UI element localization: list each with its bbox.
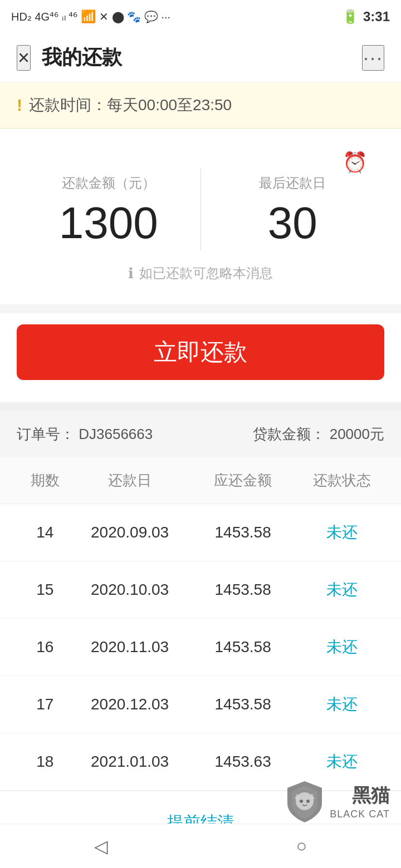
duedate-label: 最后还款日 [259,174,326,192]
cell-status[interactable]: 未还 [300,751,384,772]
page-title: 我的还款 [42,44,122,71]
cell-date: 2020.11.03 [74,638,187,656]
cell-amount: 1453.63 [187,753,300,771]
more-button[interactable]: ··· [362,45,384,71]
wifi-icon: 📶 [81,9,96,24]
cell-date: 2020.09.03 [74,524,187,541]
cell-date: 2020.10.03 [74,581,187,599]
cell-status[interactable]: 未还 [300,522,384,543]
section-divider [0,402,401,411]
table-row: 17 2020.12.03 1453.58 未还 [0,676,401,733]
pay-now-button[interactable]: 立即还款 [17,324,384,380]
cell-period: 14 [17,524,74,541]
pay-button-wrap: 立即还款 [0,313,401,402]
repay-table: 期数 还款日 应还金额 还款状态 14 2020.09.03 1453.58 未… [0,457,401,791]
cell-status[interactable]: 未还 [300,694,384,715]
shield-logo [285,779,324,823]
amount-label: 还款金额（元） [62,174,155,192]
cell-period: 16 [17,638,74,656]
title-bar-left: × 我的还款 [17,44,122,71]
title-bar: × 我的还款 ··· [0,33,401,82]
order-info: 订单号： DJ3656663 贷款金额： 20000元 [0,411,401,457]
payment-row: 还款金额（元） 1300 最后还款日 30 [17,169,384,251]
loan-amount-label: 贷款金额： [253,426,325,442]
status-left: HD₂ 4G⁴⁶ ᵢₗ ⁴⁶ 📶 ✕ ⬤ 🐾 💬 ··· [11,9,170,24]
duedate-value: 30 [268,201,317,245]
clock: 3:31 [363,9,390,24]
cell-amount: 1453.58 [187,696,300,713]
back-button[interactable]: ◁ [94,836,108,857]
signal-icons: HD₂ 4G⁴⁶ ᵢₗ ⁴⁶ [11,10,77,23]
svg-point-4 [306,800,310,803]
cell-date: 2021.01.03 [74,753,187,771]
close-button[interactable]: × [17,45,31,71]
cell-amount: 1453.58 [187,638,300,656]
cell-amount: 1453.58 [187,524,300,541]
notice-text: 还款时间：每天00:00至23:50 [29,95,232,116]
loan-amount-value: 20000元 [330,426,384,442]
cell-status[interactable]: 未还 [300,579,384,600]
order-no-value: DJ3656663 [79,426,153,442]
watermark-chinese: 黑猫 [352,783,390,808]
col-header-period: 期数 [17,471,74,490]
info-row: ℹ 如已还款可忽略本消息 [17,251,384,288]
svg-point-0 [296,792,314,810]
cell-period: 17 [17,696,74,713]
payment-card: ⏰ 还款金额（元） 1300 最后还款日 30 ℹ 如已还款可忽略本消息 [0,129,401,304]
table-row: 14 2020.09.03 1453.58 未还 [0,504,401,561]
cell-status[interactable]: 未还 [300,637,384,658]
loan-amount-area: 贷款金额： 20000元 [253,425,384,444]
status-right: 🔋 3:31 [342,9,390,24]
order-no-area: 订单号： DJ3656663 [17,425,153,444]
watermark-english: BLACK CAT [330,808,390,820]
col-header-status: 还款状态 [300,471,384,490]
duedate-col: 最后还款日 30 [201,169,385,251]
watermark: 黑猫 BLACK CAT [285,779,390,823]
info-icon: ℹ [128,265,134,282]
col-header-date: 还款日 [74,471,187,490]
watermark-text: 黑猫 BLACK CAT [330,783,390,820]
table-row: 15 2020.10.03 1453.58 未还 [0,561,401,619]
cell-date: 2020.12.03 [74,696,187,713]
cell-amount: 1453.58 [187,581,300,599]
col-header-amount: 应还金额 [187,471,300,490]
amount-col: 还款金额（元） 1300 [17,169,201,251]
amount-value: 1300 [59,201,158,245]
notice-icon: ! [17,96,22,115]
status-bar: HD₂ 4G⁴⁶ ᵢₗ ⁴⁶ 📶 ✕ ⬤ 🐾 💬 ··· 🔋 3:31 [0,0,401,33]
cell-period: 15 [17,581,74,599]
extra-icons: ✕ ⬤ 🐾 💬 ··· [99,10,170,23]
bottom-nav: ◁ ○ [0,823,401,868]
battery-icon: 🔋 [342,9,359,24]
home-button[interactable]: ○ [296,836,307,856]
order-no-label: 订单号： [17,426,75,442]
table-row: 16 2020.11.03 1453.58 未还 [0,619,401,676]
cell-period: 18 [17,753,74,771]
svg-point-3 [300,800,303,803]
notice-bar: ! 还款时间：每天00:00至23:50 [0,82,401,129]
table-body: 14 2020.09.03 1453.58 未还 15 2020.10.03 1… [0,504,401,791]
info-text: 如已还款可忽略本消息 [139,264,273,282]
table-header: 期数 还款日 应还金额 还款状态 [0,457,401,504]
